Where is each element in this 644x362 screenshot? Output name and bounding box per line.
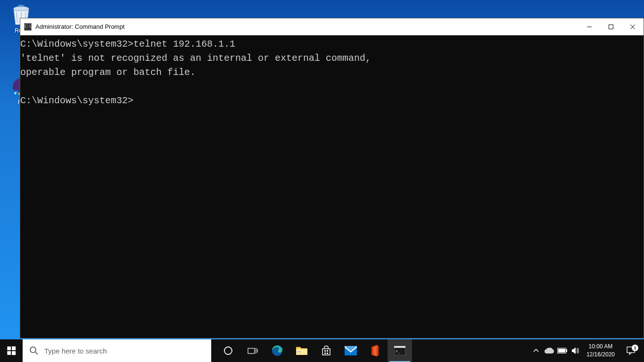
- date-text: 12/16/2020: [586, 351, 615, 359]
- svg-rect-17: [324, 350, 326, 352]
- svg-rect-19: [324, 353, 326, 354]
- clock[interactable]: 10:00 AM 12/16/2020: [583, 343, 619, 359]
- svg-rect-26: [566, 349, 567, 352]
- office-button[interactable]: [363, 339, 388, 362]
- svg-rect-16: [297, 352, 301, 352]
- close-button[interactable]: [622, 18, 644, 35]
- terminal-line: C:\Windows\system32>: [20, 95, 133, 106]
- terminal-line: operable program or batch file.: [20, 67, 196, 78]
- search-icon: [29, 346, 39, 355]
- file-explorer-button[interactable]: [289, 339, 314, 362]
- command-prompt-button[interactable]: >_: [388, 339, 412, 362]
- titlebar[interactable]: C:\ Administrator: Command Prompt: [20, 18, 644, 35]
- start-button[interactable]: [0, 339, 23, 362]
- volume-icon[interactable]: [570, 339, 582, 362]
- svg-rect-5: [609, 25, 613, 29]
- command-prompt-window: C:\ Administrator: Command Prompt C:\Win…: [20, 18, 644, 338]
- windows-logo-icon: [7, 346, 16, 355]
- microsoft-store-button[interactable]: [314, 339, 339, 362]
- search-placeholder: Type here to search: [44, 347, 107, 355]
- maximize-button[interactable]: [600, 18, 622, 35]
- cortana-button[interactable]: [216, 339, 240, 362]
- notification-badge: 1: [632, 345, 638, 351]
- svg-point-0: [14, 7, 29, 10]
- svg-rect-18: [327, 350, 328, 352]
- taskbar: Type here to search: [0, 339, 644, 362]
- cmd-icon: C:\: [24, 23, 32, 31]
- time-text: 10:00 AM: [586, 343, 615, 351]
- svg-rect-20: [327, 353, 328, 354]
- task-view-button[interactable]: [240, 339, 265, 362]
- terminal-line: C:\Windows\system32>telnet 192.168.1.1: [20, 39, 235, 49]
- action-center-button[interactable]: 1: [619, 346, 642, 355]
- svg-rect-27: [558, 349, 565, 353]
- terminal-line: 'telnet' is not recognized as an interna…: [20, 53, 371, 64]
- search-box[interactable]: Type here to search: [23, 339, 211, 362]
- system-tray: 10:00 AM 12/16/2020 1: [530, 339, 644, 362]
- taskbar-icons: >_: [216, 339, 412, 362]
- window-controls: [578, 18, 644, 35]
- svg-rect-23: [394, 346, 405, 348]
- minimize-button[interactable]: [578, 18, 600, 35]
- edge-button[interactable]: [265, 339, 289, 362]
- svg-point-10: [224, 347, 232, 354]
- svg-rect-1: [18, 5, 20, 7]
- svg-line-9: [35, 352, 38, 354]
- onedrive-icon[interactable]: [543, 339, 555, 362]
- mail-button[interactable]: [339, 339, 363, 362]
- svg-rect-11: [248, 348, 255, 354]
- svg-point-8: [30, 347, 36, 353]
- window-title: Administrator: Command Prompt: [35, 23, 578, 30]
- svg-text:>_: >_: [396, 349, 400, 354]
- battery-icon[interactable]: [556, 339, 569, 362]
- tray-chevron-icon[interactable]: [530, 339, 542, 362]
- terminal-output[interactable]: C:\Windows\system32>telnet 192.168.1.1 '…: [20, 35, 644, 338]
